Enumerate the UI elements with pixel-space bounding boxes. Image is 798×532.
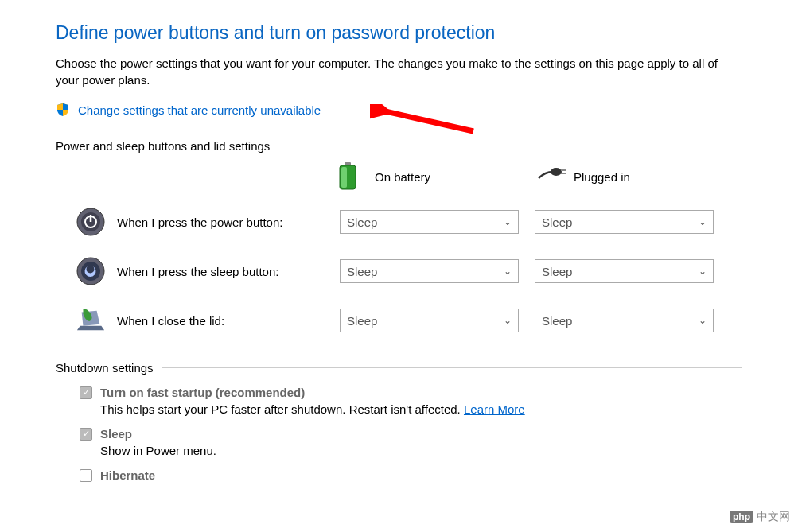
battery-icon	[338, 162, 367, 191]
divider	[162, 367, 742, 368]
chevron-down-icon: ⌄	[699, 266, 707, 277]
svg-rect-1	[345, 162, 351, 165]
chevron-down-icon: ⌄	[504, 266, 512, 277]
section-power-buttons-header: Power and sleep buttons and lid settings	[56, 139, 742, 153]
sleep-button-icon	[76, 256, 106, 286]
shutdown-item-sleep: ✓ Sleep Show in Power menu.	[56, 427, 742, 457]
svg-line-0	[382, 111, 473, 131]
shutdown-item-title: Hibernate	[100, 468, 155, 482]
chevron-down-icon: ⌄	[699, 216, 707, 227]
col-plugged-header: Plugged in	[537, 162, 736, 191]
setting-label: When I close the lid:	[117, 314, 340, 328]
dropdown-value: Sleep	[347, 314, 377, 328]
svg-point-12	[81, 262, 100, 281]
laptop-lid-icon	[76, 305, 106, 336]
setting-label: When I press the sleep button:	[117, 265, 340, 278]
shutdown-item-desc: This helps start your PC faster after sh…	[100, 402, 742, 416]
hibernate-checkbox[interactable]	[80, 469, 92, 482]
close-lid-plugged-dropdown[interactable]: Sleep ⌄	[535, 309, 714, 332]
power-button-battery-dropdown[interactable]: Sleep ⌄	[340, 210, 519, 234]
fast-startup-checkbox[interactable]: ✓	[80, 386, 92, 399]
shutdown-item-fast-startup: ✓ Turn on fast startup (recommended) Thi…	[56, 386, 742, 416]
sleep-checkbox[interactable]: ✓	[80, 428, 92, 441]
sleep-button-battery-dropdown[interactable]: Sleep ⌄	[340, 259, 519, 283]
shutdown-item-desc: Show in Power menu.	[100, 444, 742, 457]
change-settings-row: Change settings that are currently unava…	[56, 103, 742, 117]
shutdown-item-title: Sleep	[100, 427, 132, 441]
col-battery-label: On battery	[375, 170, 430, 184]
dropdown-value: Sleep	[542, 314, 572, 328]
svg-rect-3	[341, 167, 347, 188]
setting-label: When I press the power button:	[117, 216, 340, 229]
shield-icon	[56, 103, 70, 117]
setting-row-power-button: When I press the power button: Sleep ⌄ S…	[56, 207, 742, 237]
power-button-plugged-dropdown[interactable]: Sleep ⌄	[535, 210, 714, 234]
shutdown-item-title: Turn on fast startup (recommended)	[100, 386, 305, 399]
dropdown-value: Sleep	[347, 216, 377, 229]
setting-row-sleep-button: When I press the sleep button: Sleep ⌄ S…	[56, 256, 742, 286]
section-title: Power and sleep buttons and lid settings	[56, 139, 270, 153]
dropdown-value: Sleep	[542, 265, 572, 278]
divider	[278, 146, 742, 146]
col-plugged-label: Plugged in	[574, 170, 630, 184]
change-settings-link[interactable]: Change settings that are currently unava…	[78, 103, 321, 117]
shutdown-item-hibernate: Hibernate	[56, 468, 742, 482]
learn-more-link[interactable]: Learn More	[464, 402, 525, 416]
section-shutdown-header: Shutdown settings	[56, 361, 742, 375]
annotation-arrow-icon	[370, 104, 481, 138]
col-battery-header: On battery	[338, 162, 537, 191]
page-description: Choose the power settings that you want …	[56, 55, 742, 88]
plug-icon	[537, 162, 566, 191]
power-button-icon	[76, 207, 106, 237]
dropdown-value: Sleep	[542, 216, 572, 229]
setting-row-close-lid: When I close the lid: Sleep ⌄ Sleep ⌄	[56, 305, 742, 336]
column-headers: On battery Plugged in	[56, 162, 742, 191]
chevron-down-icon: ⌄	[504, 216, 512, 227]
section-title: Shutdown settings	[56, 361, 154, 375]
sleep-button-plugged-dropdown[interactable]: Sleep ⌄	[535, 259, 714, 283]
page-heading: Define power buttons and turn on passwor…	[56, 22, 742, 44]
chevron-down-icon: ⌄	[504, 315, 512, 326]
close-lid-battery-dropdown[interactable]: Sleep ⌄	[340, 309, 519, 332]
svg-point-4	[551, 168, 562, 176]
chevron-down-icon: ⌄	[699, 315, 707, 326]
dropdown-value: Sleep	[347, 265, 377, 278]
